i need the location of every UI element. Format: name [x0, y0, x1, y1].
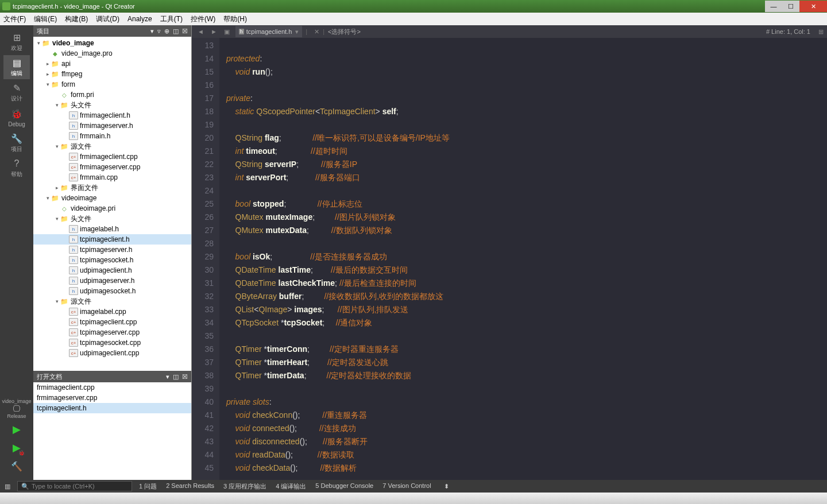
tree-item[interactable]: ▾📁源文件 [33, 141, 191, 152]
expand-icon[interactable]: ▾ [45, 82, 51, 87]
tree-item[interactable]: ▾📁video_image [33, 38, 191, 48]
mode-项目[interactable]: 🔧项目 [3, 131, 30, 155]
tree-item[interactable]: ▾📁videoimage [33, 193, 191, 203]
menu-item[interactable]: 工具(T) [160, 14, 183, 24]
project-panel-title: 项目 [37, 27, 49, 36]
code-editor[interactable]: 1314151617181920212223242526272829303132… [192, 38, 827, 480]
tree-item[interactable]: hfrmimageserver.h [33, 121, 191, 131]
back-button[interactable]: ◄ [194, 28, 207, 35]
tree-item[interactable]: ◆video_image.pro [33, 48, 191, 59]
close-tab-icon[interactable]: ✕ [314, 28, 319, 36]
mode-编辑[interactable]: ▤编辑 [3, 55, 30, 79]
output-pane-button[interactable]: 3 应用程序输出 [223, 482, 266, 491]
tree-item[interactable]: ◇form.pri [33, 90, 191, 100]
tree-item[interactable]: ▾📁form [33, 79, 191, 90]
output-pane-button[interactable]: 5 Debugger Console [315, 482, 373, 491]
tree-item[interactable]: hudpimagesocket.h [33, 286, 191, 296]
tree-item[interactable]: htcpimagesocket.h [33, 255, 191, 265]
menu-item[interactable]: Analyze [127, 15, 152, 23]
dropdown-icon[interactable]: ▾ [295, 28, 299, 36]
open-doc-item[interactable]: tcpimageclient.h [33, 403, 191, 413]
open-doc-item[interactable]: frmimageserver.cpp [33, 393, 191, 403]
tree-item[interactable]: ▸📁ffmpeg [33, 69, 191, 79]
expand-icon[interactable]: ▸ [45, 61, 51, 67]
tree-item[interactable]: c+tcpimageclient.cpp [33, 317, 191, 327]
locator-input[interactable]: 🔍 Type to locate (Ctrl+K) [17, 481, 132, 491]
menu-item[interactable]: 调试(D) [96, 14, 119, 24]
expand-icon[interactable]: ▾ [54, 216, 60, 222]
tree-item[interactable]: htcpimageserver.h [33, 245, 191, 255]
tree-item[interactable]: c+frmimageclient.cpp [33, 152, 191, 162]
tree-item[interactable]: hfrmmain.h [33, 131, 191, 141]
minimize-button[interactable]: — [765, 1, 782, 12]
menu-item[interactable]: 帮助(H) [223, 14, 247, 24]
output-pane-button[interactable]: 7 Version Control [382, 482, 431, 491]
maximize-button[interactable]: ☐ [782, 1, 799, 12]
mode-label: 编辑 [11, 69, 22, 77]
app-icon [2, 2, 10, 10]
tree-item[interactable]: ▸📁api [33, 59, 191, 69]
build-button[interactable]: 🔨 [7, 458, 26, 474]
mode-设计[interactable]: ✎设计 [3, 80, 30, 104]
bookmark-icon[interactable]: ▣ [221, 28, 233, 36]
output-pane-button[interactable]: 1 问题 [139, 482, 157, 491]
expand-icon[interactable]: ▾ [54, 298, 60, 304]
output-pane-button[interactable]: 4 编译输出 [276, 482, 306, 491]
output-pane-button[interactable]: 2 Search Results [166, 482, 214, 491]
close-panel-icon[interactable]: ☒ [182, 28, 188, 35]
mode-欢迎[interactable]: ⊞欢迎 [3, 30, 30, 54]
tree-item[interactable]: htcpimageclient.h [33, 234, 191, 245]
close-panel-icon[interactable]: ☒ [182, 373, 188, 381]
tree-item[interactable]: c+tcpimageserver.cpp [33, 327, 191, 338]
output-pane-toggle-icon[interactable]: ▥ [5, 483, 10, 490]
tree-label: tcpimageserver.h [80, 246, 132, 254]
expand-icon[interactable]: ▾ [45, 195, 51, 201]
tree-item[interactable]: ▾📁头文件 [33, 214, 191, 224]
open-docs-header: 打开文档 ▾ ◫ ☒ [33, 371, 191, 382]
close-button[interactable]: ✕ [799, 1, 827, 12]
mode-Debug[interactable]: 🐞Debug [3, 106, 30, 130]
tree-item[interactable]: c+tcpimagesocket.cpp [33, 338, 191, 348]
expand-icon[interactable]: ▾ [54, 102, 60, 108]
tree-item[interactable]: c+imagelabel.cpp [33, 307, 191, 317]
tree-item[interactable]: ▾📁头文件 [33, 100, 191, 110]
tree-item[interactable]: himagelabel.h [33, 224, 191, 234]
tree-item[interactable]: hudpimageclient.h [33, 265, 191, 276]
menu-item[interactable]: 控件(W) [191, 14, 215, 24]
forward-button[interactable]: ► [207, 28, 221, 35]
split-icon[interactable]: ◫ [173, 373, 179, 381]
menu-item[interactable]: 编辑(E) [34, 14, 57, 24]
code-content[interactable]: protected: void run(); private: static Q… [219, 38, 827, 480]
tree-item[interactable]: c+udpimageclient.cpp [33, 348, 191, 358]
dropdown-icon[interactable]: ▾ [166, 373, 169, 381]
debug-run-button[interactable]: ▶🐞 [7, 440, 26, 456]
expand-icon[interactable]: ▾ [54, 144, 60, 149]
tree-item[interactable]: ▸📁界面文件 [33, 183, 191, 193]
expand-icon[interactable]: ⬍ [444, 483, 449, 490]
split-icon[interactable]: ◫ [173, 28, 179, 35]
filter-icon[interactable]: ▿ [157, 28, 161, 35]
filter-icon[interactable]: ▾ [150, 28, 154, 35]
tree-item[interactable]: hudpimageserver.h [33, 276, 191, 286]
tree-item[interactable]: hfrmimageclient.h [33, 110, 191, 121]
tree-item[interactable]: ▾📁源文件 [33, 296, 191, 307]
expand-icon[interactable]: ▸ [45, 71, 51, 77]
expand-icon[interactable]: ▾ [36, 40, 41, 46]
tree-item[interactable]: ◇videoimage.pri [33, 203, 191, 214]
open-doc-item[interactable]: frmimageclient.cpp [33, 382, 191, 393]
symbol-selector[interactable]: <选择符号> [328, 28, 361, 36]
split-editor-icon[interactable]: ⊞ [815, 28, 827, 36]
tree-item[interactable]: c+frmmain.cpp [33, 172, 191, 183]
menu-item[interactable]: 文件(F) [3, 14, 26, 24]
tree-item[interactable]: c+frmimageserver.cpp [33, 162, 191, 172]
target-selector[interactable]: video_image 🖵 Release [7, 398, 26, 419]
project-tree[interactable]: ▾📁video_image◆video_image.pro▸📁api▸📁ffmp… [33, 37, 191, 371]
editor-tab[interactable]: h tcpimageclient.h ▾ [235, 26, 303, 37]
sync-icon[interactable]: ⊕ [164, 28, 169, 35]
menu-item[interactable]: 构建(B) [65, 14, 88, 24]
expand-icon[interactable]: ▸ [54, 185, 60, 191]
mode-帮助[interactable]: ?帮助 [3, 156, 30, 180]
open-docs-list[interactable]: frmimageclient.cppfrmimageserver.cpptcpi… [33, 382, 191, 480]
line-col-indicator[interactable]: # Line: 1, Col: 1 [766, 28, 810, 35]
run-button[interactable]: ▶ [7, 421, 26, 437]
